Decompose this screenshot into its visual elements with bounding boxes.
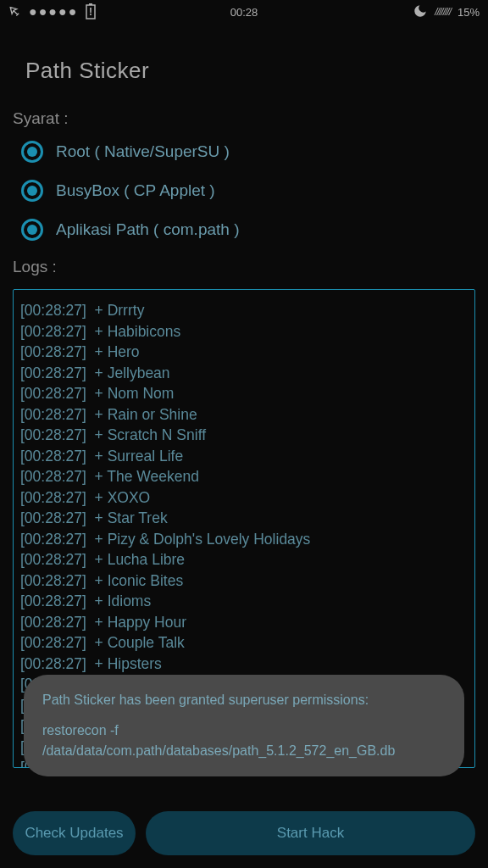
battery-percentage: 15% [458, 6, 480, 19]
radio-selected-icon [21, 141, 43, 163]
log-line: [00:28:27] + Iconic Bites [20, 570, 468, 592]
radio-selected-icon [21, 180, 43, 202]
log-line: [00:28:27] + Surreal Life [20, 446, 468, 467]
svg-text:!: ! [89, 6, 92, 18]
log-line: [00:28:27] + Rain or Shine [20, 404, 468, 426]
log-line: [00:28:27] + Pizy & Dolph's Lovely Holid… [20, 529, 468, 550]
check-updates-button[interactable]: Check Updates [13, 811, 136, 855]
superuser-toast: Path Sticker has been granted superuser … [24, 675, 464, 776]
radio-item-busybox[interactable]: BusyBox ( CP Applet ) [21, 180, 475, 202]
svg-rect-1 [89, 3, 92, 5]
status-left: ●●●●● ! [8, 3, 97, 22]
app-title: Path Sticker [25, 58, 475, 84]
log-line: [00:28:27] + Hipsters [20, 654, 468, 675]
radio-item-path-app[interactable]: Aplikasi Path ( com.path ) [21, 219, 475, 241]
radio-label: Aplikasi Path ( com.path ) [56, 220, 239, 239]
log-line: [00:28:27] + Drrrty [20, 300, 468, 321]
log-line: [00:28:27] + Hero [20, 342, 468, 363]
battery-level-icon: //////// [435, 6, 451, 18]
log-line: [00:28:27] + Habibicons [20, 321, 468, 342]
battery-warning-icon: ! [85, 3, 97, 22]
logs-section-label: Logs : [13, 258, 475, 276]
button-row: Check Updates Start Hack [13, 811, 475, 855]
status-right: //////// 15% [413, 3, 480, 21]
log-line: [00:28:27] + Couple Talk [20, 632, 468, 654]
log-line: [00:28:27] + The Weekend [20, 466, 468, 487]
status-bar: ●●●●● ! 00:28 //////// 15% [0, 0, 488, 24]
requirements-group: Root ( Native/SuperSU ) BusyBox ( CP App… [13, 141, 475, 241]
log-line: [00:28:27] + Star Trek [20, 508, 468, 529]
start-hack-button[interactable]: Start Hack [146, 811, 475, 855]
radio-label: BusyBox ( CP Applet ) [56, 181, 215, 200]
log-line: [00:28:27] + Nom Nom [20, 383, 468, 404]
log-line: [00:28:27] + Happy Hour [20, 612, 468, 633]
syarat-section-label: Syarat : [13, 109, 475, 128]
radio-item-root[interactable]: Root ( Native/SuperSU ) [21, 141, 475, 163]
log-line: [00:28:27] + Lucha Libre [20, 549, 468, 570]
status-time: 00:28 [230, 6, 258, 19]
log-line: [00:28:27] + Idioms [20, 591, 468, 612]
log-line: [00:28:27] + Jellybean [20, 363, 468, 384]
toast-message-line2: restorecon -f /data/data/com.path/databa… [42, 721, 446, 761]
radio-selected-icon [21, 219, 43, 241]
log-line: [00:28:27] + XOXO [20, 487, 468, 509]
toast-message-line1: Path Sticker has been granted superuser … [42, 690, 446, 710]
moon-icon [413, 3, 428, 21]
signal-dots-icon: ●●●●● [29, 4, 78, 19]
airplane-mode-icon [5, 2, 26, 23]
log-line: [00:28:27] + Scratch N Sniff [20, 425, 468, 446]
radio-label: Root ( Native/SuperSU ) [56, 142, 230, 161]
